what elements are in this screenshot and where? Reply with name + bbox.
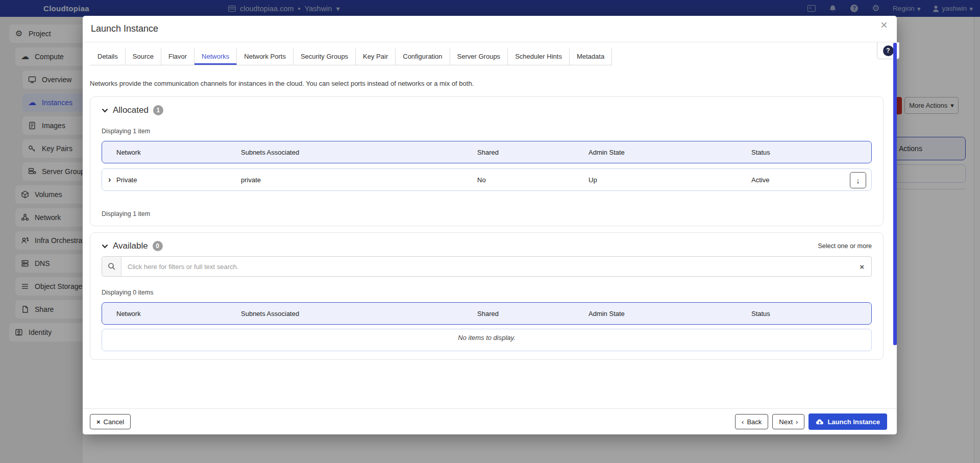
tab-flavor[interactable]: Flavor	[161, 48, 194, 65]
modal-scrollbar[interactable]	[893, 43, 897, 345]
allocated-panel: Allocated 1 Displaying 1 item Network Su…	[90, 96, 884, 226]
allocated-displaying-bottom: Displaying 1 item	[102, 210, 872, 217]
collapse-chevron-icon[interactable]	[102, 241, 108, 251]
deallocate-arrow-button[interactable]: ↓	[850, 172, 866, 188]
cloud-upload-icon	[816, 419, 824, 425]
available-displaying: Displaying 0 items	[102, 289, 872, 296]
available-empty-row: No items to display.	[102, 329, 872, 351]
tab-scheduler-hints[interactable]: Scheduler Hints	[508, 48, 570, 65]
allocated-header: Allocated 1	[102, 105, 872, 115]
arrow-down-icon: ↓	[856, 176, 860, 185]
modal-body: Networks provide the communication chann…	[83, 69, 893, 408]
application-window: Cloudtopiaa cloudtopiaa.com • Yashwin ▾ …	[0, 0, 980, 463]
chevron-left-icon: ‹	[742, 418, 744, 426]
tab-server-groups[interactable]: Server Groups	[450, 48, 508, 65]
tab-description: Networks provide the communication chann…	[90, 80, 884, 87]
column-shared: Shared	[477, 149, 589, 156]
tab-details[interactable]: Details	[90, 48, 126, 65]
next-button[interactable]: Next ›	[772, 414, 804, 429]
allocated-displaying-top: Displaying 1 item	[102, 128, 872, 135]
select-hint: Select one or more	[818, 242, 872, 250]
tab-security-groups[interactable]: Security Groups	[293, 48, 356, 65]
close-icon[interactable]: ×	[880, 18, 888, 32]
back-button[interactable]: ‹ Back	[735, 414, 768, 429]
column-subnets-associated: Subnets Associated	[241, 149, 477, 156]
modal-title: Launch Instance	[91, 23, 158, 34]
search-icon	[102, 257, 121, 276]
cell-subnets: private	[241, 176, 477, 184]
chevron-right-icon: ›	[796, 418, 798, 426]
tab-metadata[interactable]: Metadata	[570, 48, 612, 65]
cancel-button[interactable]: × Cancel	[90, 414, 131, 429]
help-icon: ?	[883, 45, 894, 56]
expand-chevron-icon[interactable]: ›	[108, 176, 116, 184]
allocated-count-badge: 1	[153, 105, 163, 115]
column-subnets-associated: Subnets Associated	[241, 310, 477, 318]
modal-header: Launch Instance ×	[83, 16, 897, 42]
allocated-network-row: › Private private No Up Active ↓	[102, 168, 872, 191]
column-network: Network	[116, 149, 241, 156]
allocated-title: Allocated	[113, 105, 149, 115]
cell-admin-state: Up	[589, 176, 751, 184]
modal-footer: × Cancel ‹ Back Next › Launch Instance	[83, 408, 897, 434]
cell-shared: No	[477, 176, 589, 184]
column-status: Status	[751, 310, 871, 318]
network-filter-searchbar: ×	[102, 256, 872, 277]
x-icon: ×	[96, 418, 101, 426]
available-table-header: Network Subnets Associated Shared Admin …	[102, 302, 872, 325]
cell-network: Private	[116, 176, 241, 184]
column-admin-state: Admin State	[589, 149, 751, 156]
column-status: Status	[751, 149, 871, 156]
available-title: Available	[113, 241, 148, 251]
back-label: Back	[747, 418, 762, 426]
allocated-table-header: Network Subnets Associated Shared Admin …	[102, 141, 872, 163]
available-header: Available 0 Select one or more	[102, 241, 872, 251]
collapse-chevron-icon[interactable]	[102, 106, 108, 115]
cancel-label: Cancel	[104, 418, 124, 426]
tab-networks[interactable]: Networks	[194, 48, 237, 65]
column-admin-state: Admin State	[589, 310, 751, 318]
column-network: Network	[116, 310, 241, 318]
footer-right-buttons: ‹ Back Next › Launch Instance	[735, 413, 887, 430]
next-label: Next	[779, 418, 793, 426]
clear-search-icon[interactable]: ×	[852, 262, 871, 271]
tab-configuration[interactable]: Configuration	[396, 48, 450, 65]
available-count-badge: 0	[153, 241, 163, 251]
available-panel: Available 0 Select one or more × Display…	[90, 232, 884, 360]
wizard-tabs: Details Source Flavor Networks Network P…	[90, 48, 612, 65]
tab-key-pair[interactable]: Key Pair	[356, 48, 396, 65]
tab-source[interactable]: Source	[126, 48, 161, 65]
launch-instance-button[interactable]: Launch Instance	[808, 413, 887, 430]
launch-label: Launch Instance	[827, 418, 880, 426]
tab-network-ports[interactable]: Network Ports	[237, 48, 293, 65]
search-input[interactable]	[121, 263, 852, 271]
column-shared: Shared	[477, 310, 589, 318]
launch-instance-modal: Launch Instance × Details Source Flavor …	[83, 16, 897, 434]
